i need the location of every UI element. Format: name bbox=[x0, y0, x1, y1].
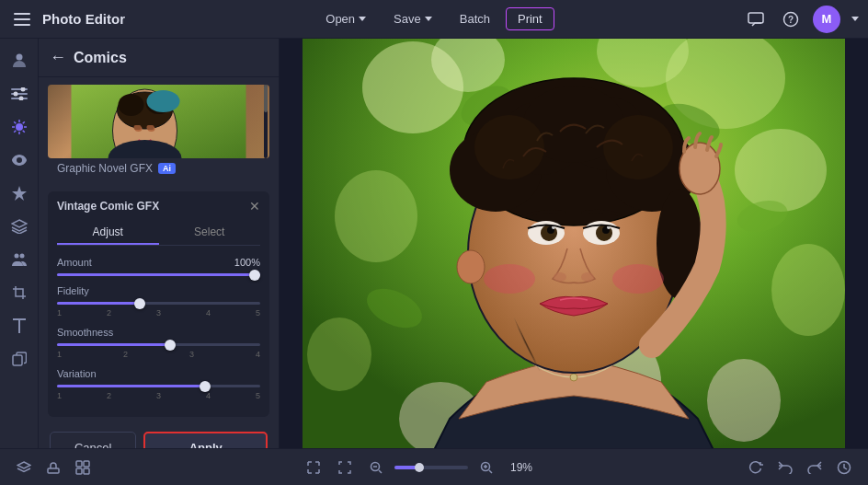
sub-panel-header: Vintage Comic GFX ✕ bbox=[57, 199, 260, 214]
svg-rect-69 bbox=[48, 468, 59, 473]
svg-marker-11 bbox=[12, 186, 27, 201]
sidebar-crop-icon[interactable] bbox=[5, 278, 34, 307]
zoom-in-button[interactable] bbox=[474, 455, 499, 480]
rotate-button[interactable] bbox=[743, 455, 769, 480]
svg-rect-0 bbox=[748, 13, 763, 23]
app-title: Photo Editor bbox=[42, 11, 125, 27]
svg-point-18 bbox=[119, 94, 144, 116]
grid-tool-button[interactable] bbox=[70, 455, 96, 480]
sidebar-copy-icon[interactable] bbox=[5, 344, 34, 374]
header: Photo Editor Open Save Batch Print ? bbox=[0, 0, 868, 39]
rotate-icon bbox=[748, 460, 763, 475]
bottom-toolbar: 19% bbox=[0, 448, 868, 485]
main: ← Comics bbox=[0, 39, 868, 448]
sidebar-sliders-icon[interactable] bbox=[5, 79, 34, 109]
svg-text:?: ? bbox=[788, 15, 794, 25]
expand-button[interactable] bbox=[301, 455, 326, 480]
layers-tool-button[interactable] bbox=[11, 455, 37, 480]
svg-point-9 bbox=[18, 97, 23, 101]
variation-ticks: 1 2 3 4 5 bbox=[57, 391, 260, 400]
sidebar-layers-icon[interactable] bbox=[5, 212, 34, 241]
panel-header: ← Comics bbox=[39, 39, 279, 77]
portrait-container bbox=[303, 39, 845, 448]
stamp-tool-button[interactable] bbox=[40, 455, 66, 480]
fidelity-group: Fidelity 1 2 3 4 5 bbox=[57, 285, 260, 318]
save-button[interactable]: Save bbox=[382, 7, 444, 30]
avatar[interactable]: M bbox=[813, 6, 840, 33]
zoom-value: 19% bbox=[505, 461, 538, 474]
svg-point-33 bbox=[771, 244, 845, 336]
svg-rect-72 bbox=[76, 468, 82, 474]
smoothness-slider[interactable] bbox=[57, 343, 260, 346]
toolbar-left-tools bbox=[11, 455, 96, 480]
amount-slider[interactable] bbox=[57, 273, 260, 276]
svg-point-67 bbox=[612, 264, 664, 294]
avatar-chevron-icon bbox=[851, 17, 859, 21]
help-icon: ? bbox=[782, 11, 799, 28]
stamp-icon bbox=[46, 460, 61, 475]
history-icon bbox=[837, 460, 851, 475]
icon-sidebar bbox=[0, 39, 39, 448]
tabs: Adjust Select bbox=[57, 221, 260, 246]
print-button[interactable]: Print bbox=[506, 7, 554, 30]
zoom-out-icon bbox=[370, 461, 383, 474]
redo-button[interactable] bbox=[802, 455, 828, 480]
svg-rect-22 bbox=[134, 125, 142, 130]
help-icon-button[interactable]: ? bbox=[778, 6, 804, 32]
svg-rect-23 bbox=[147, 125, 154, 130]
fidelity-slider[interactable] bbox=[57, 302, 260, 305]
thumbnail-image bbox=[48, 85, 269, 158]
tab-adjust[interactable]: Adjust bbox=[57, 221, 159, 245]
tab-select[interactable]: Select bbox=[159, 221, 261, 245]
thumbnail-scrollbar bbox=[264, 85, 268, 158]
svg-point-13 bbox=[19, 254, 24, 259]
svg-rect-73 bbox=[84, 468, 89, 474]
cancel-button[interactable]: Cancel bbox=[50, 432, 136, 448]
open-button[interactable]: Open bbox=[314, 7, 378, 30]
apply-button[interactable]: Apply bbox=[143, 432, 268, 448]
zoom-out-button[interactable] bbox=[363, 455, 389, 480]
sidebar-text-icon[interactable] bbox=[5, 311, 34, 341]
thumbnail-area: Graphic Novel GFX Ai bbox=[39, 77, 279, 186]
undo-icon bbox=[778, 461, 793, 474]
variation-slider[interactable] bbox=[57, 385, 260, 387]
menu-button[interactable] bbox=[9, 6, 35, 32]
variation-group: Variation 1 2 3 4 5 bbox=[57, 368, 260, 400]
history-button[interactable] bbox=[831, 455, 857, 480]
fidelity-ticks: 1 2 3 4 5 bbox=[57, 308, 260, 318]
effect-thumbnail bbox=[48, 85, 269, 158]
fit-button[interactable] bbox=[332, 455, 358, 480]
zoom-slider[interactable] bbox=[394, 466, 468, 469]
expand-icon bbox=[307, 461, 320, 474]
sidebar-magic-icon[interactable] bbox=[5, 179, 34, 208]
chat-icon-button[interactable] bbox=[743, 6, 769, 32]
close-button[interactable]: ✕ bbox=[249, 199, 260, 214]
panel-title: Comics bbox=[74, 50, 127, 66]
amount-row: Amount 100% bbox=[57, 257, 260, 268]
open-chevron-icon bbox=[359, 17, 366, 21]
sidebar-effects-icon[interactable] bbox=[5, 112, 34, 142]
canvas-area bbox=[280, 39, 868, 448]
sub-panel-title: Vintage Comic GFX bbox=[57, 200, 159, 213]
svg-rect-14 bbox=[13, 355, 22, 365]
undo-button[interactable] bbox=[772, 455, 798, 480]
smoothness-ticks: 1 2 3 4 bbox=[57, 350, 260, 359]
ai-badge: Ai bbox=[158, 163, 176, 174]
fidelity-label: Fidelity bbox=[57, 285, 260, 296]
svg-point-25 bbox=[147, 90, 180, 112]
svg-point-43 bbox=[570, 374, 577, 381]
back-button[interactable]: ← bbox=[50, 48, 66, 67]
sidebar-person-icon[interactable] bbox=[5, 46, 34, 75]
smoothness-group: Smoothness 1 2 3 4 bbox=[57, 327, 260, 359]
svg-point-3 bbox=[16, 54, 22, 61]
svg-point-40 bbox=[707, 359, 781, 442]
amount-value: 100% bbox=[234, 257, 260, 268]
sidebar-people-icon[interactable] bbox=[5, 245, 34, 274]
header-left: Photo Editor bbox=[9, 6, 314, 32]
sidebar-eye-icon[interactable] bbox=[5, 145, 34, 175]
toolbar-center-tools: 19% bbox=[301, 455, 538, 480]
batch-button[interactable]: Batch bbox=[448, 7, 502, 30]
sub-panel: Vintage Comic GFX ✕ Adjust Select Amount… bbox=[48, 191, 269, 417]
svg-point-7 bbox=[20, 87, 25, 92]
svg-point-8 bbox=[13, 92, 17, 97]
